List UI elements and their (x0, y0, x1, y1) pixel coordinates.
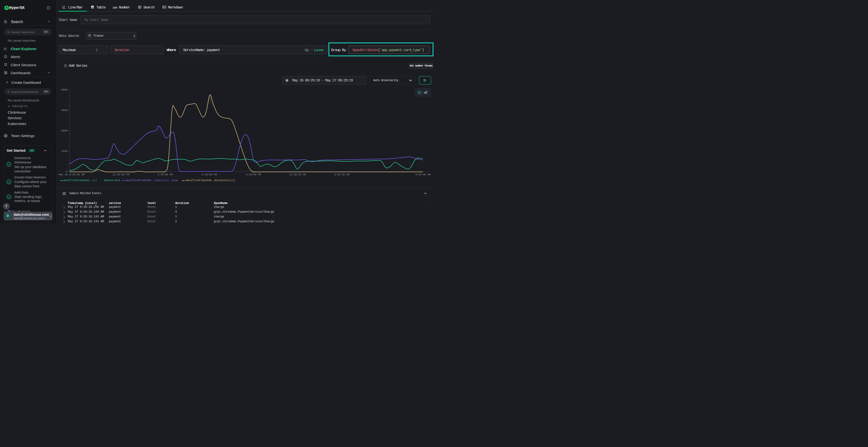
svg-text:May 26 9:00:00 AM: May 26 9:00:00 AM (59, 173, 85, 176)
svg-text:12:30:00 PM: 12:30:00 PM (113, 173, 129, 176)
svg-text:6:30:00 PM: 6:30:00 PM (202, 173, 217, 176)
svg-text:9:00:00 AM: 9:00:00 AM (415, 173, 431, 176)
svg-text:300M: 300M (61, 129, 67, 132)
svg-text:3:30:00 PM: 3:30:00 PM (157, 173, 173, 176)
svg-text:0: 0 (66, 170, 67, 173)
svg-text:12:30:00 AM: 12:30:00 AM (289, 173, 306, 176)
svg-text:9:30:00 PM: 9:30:00 PM (246, 173, 261, 176)
svg-text:450M: 450M (61, 109, 67, 112)
svg-text:600M: 600M (61, 89, 67, 91)
svg-text:150M: 150M (61, 150, 67, 153)
svg-text:3:30:00 AM: 3:30:00 AM (334, 173, 349, 176)
